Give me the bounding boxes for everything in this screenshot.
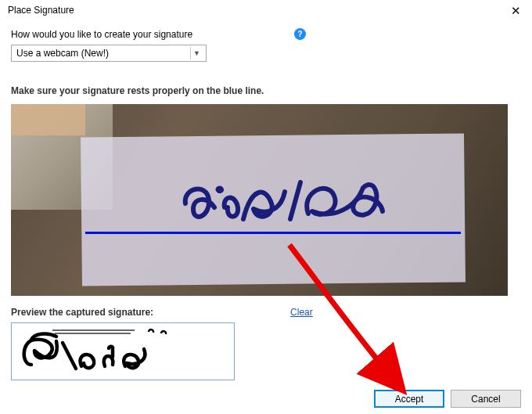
clear-link[interactable]: Clear [290, 307, 313, 318]
accept-button[interactable]: Accept [374, 390, 444, 408]
webcam-preview [11, 104, 508, 296]
signature-preview-box [11, 322, 235, 380]
method-select-value: Use a webcam (New!) [16, 48, 109, 59]
window-title: Place Signature [8, 5, 74, 16]
dialog-content: How would you like to create your signat… [0, 20, 532, 380]
method-row: How would you like to create your signat… [11, 28, 521, 40]
preview-header-row: Preview the captured signature: Clear [11, 307, 521, 318]
method-label: How would you like to create your signat… [11, 29, 192, 40]
chevron-down-icon: ▼ [190, 47, 203, 59]
cancel-button[interactable]: Cancel [451, 390, 521, 408]
background-clutter-top [11, 104, 85, 135]
close-icon[interactable]: ✕ [506, 3, 526, 18]
help-icon[interactable]: ? [294, 28, 306, 40]
dialog-buttons: Accept Cancel [374, 390, 521, 408]
baseline-guide [85, 232, 461, 234]
preview-label: Preview the captured signature: [11, 307, 153, 318]
instruction-text: Make sure your signature rests properly … [11, 85, 521, 96]
method-select[interactable]: Use a webcam (New!) ▼ [11, 45, 207, 62]
title-bar: Place Signature ✕ [0, 0, 532, 20]
preview-signature-image [17, 326, 228, 377]
